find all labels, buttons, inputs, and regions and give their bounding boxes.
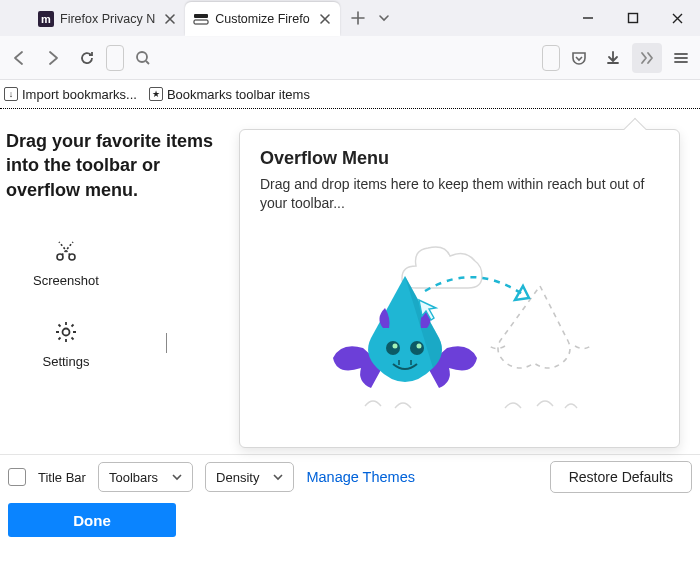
svg-point-6	[63, 328, 70, 335]
toolbars-dropdown[interactable]: Toolbars	[98, 462, 193, 492]
instruction-text: Drag your favorite items into the toolba…	[6, 129, 235, 202]
overflow-illustration	[260, 213, 659, 439]
footer-row-1: Title Bar Toolbars Density Manage Themes…	[0, 455, 700, 499]
svg-rect-2	[628, 14, 637, 23]
svg-point-10	[416, 343, 421, 348]
svg-point-7	[386, 341, 400, 355]
customize-footer: Title Bar Toolbars Density Manage Themes…	[0, 454, 700, 544]
title-bar-checkbox[interactable]	[8, 468, 26, 486]
minimize-button[interactable]	[565, 0, 610, 36]
svg-rect-1	[194, 20, 208, 24]
pocket-button[interactable]	[564, 43, 594, 73]
manage-themes-link[interactable]: Manage Themes	[306, 469, 415, 485]
new-tab-button[interactable]	[344, 4, 372, 32]
maximize-button[interactable]	[610, 0, 655, 36]
toolbars-dropdown-label: Toolbars	[109, 470, 158, 485]
window-controls	[565, 0, 700, 36]
panel-arrow-icon	[624, 118, 647, 141]
bookmarks-toolbar-items[interactable]: ★ Bookmarks toolbar items	[149, 87, 310, 102]
restore-defaults-label: Restore Defaults	[569, 469, 673, 485]
bookmarks-toolbar[interactable]: ↓ Import bookmarks... ★ Bookmarks toolba…	[0, 80, 700, 109]
flexible-space-1[interactable]	[106, 45, 124, 71]
svg-point-8	[410, 341, 424, 355]
back-button[interactable]	[4, 43, 34, 73]
flexible-space-2[interactable]	[542, 45, 560, 71]
overflow-title: Overflow Menu	[260, 148, 659, 169]
tabs-dropdown-button[interactable]	[372, 11, 396, 25]
search-icon[interactable]	[128, 43, 158, 73]
tab-strip: m Firefox Privacy N Customize Firefo	[0, 0, 565, 36]
downloads-button[interactable]	[598, 43, 628, 73]
overflow-menu-button[interactable]	[632, 43, 662, 73]
density-dropdown[interactable]: Density	[205, 462, 294, 492]
done-button-label: Done	[73, 512, 111, 529]
title-bar: m Firefox Privacy N Customize Firefo	[0, 0, 700, 36]
palette-item-screenshot[interactable]: Screenshot	[26, 237, 106, 288]
import-bookmarks-button[interactable]: ↓ Import bookmarks...	[4, 87, 137, 102]
restore-defaults-button[interactable]: Restore Defaults	[550, 461, 692, 493]
svg-point-9	[392, 343, 397, 348]
tab-privacy-notice[interactable]: m Firefox Privacy N	[30, 2, 185, 36]
done-button[interactable]: Done	[8, 503, 176, 537]
customize-palette: Drag your favorite items into the toolba…	[0, 129, 235, 448]
import-icon: ↓	[4, 87, 18, 101]
close-window-button[interactable]	[655, 0, 700, 36]
palette-items: Screenshot Settings	[6, 237, 235, 369]
close-icon[interactable]	[316, 10, 334, 28]
overflow-menu-panel[interactable]: Overflow Menu Drag and drop items here t…	[239, 129, 680, 448]
footer-row-2: Done	[0, 499, 700, 541]
gear-icon	[52, 318, 80, 346]
close-icon[interactable]	[161, 10, 179, 28]
tab-label: Customize Firefo	[215, 12, 309, 26]
reload-button[interactable]	[72, 43, 102, 73]
title-bar-label: Title Bar	[38, 470, 86, 485]
app-menu-button[interactable]	[666, 43, 696, 73]
overflow-description: Drag and drop items here to keep them wi…	[260, 175, 659, 213]
scissors-icon	[52, 237, 80, 265]
density-dropdown-label: Density	[216, 470, 259, 485]
palette-item-settings[interactable]: Settings	[26, 318, 106, 369]
nav-toolbar	[0, 36, 700, 80]
palette-item-label: Settings	[43, 354, 90, 369]
tab-customize-firefox[interactable]: Customize Firefo	[185, 2, 339, 36]
star-icon: ★	[149, 87, 163, 101]
bookmarks-items-label: Bookmarks toolbar items	[167, 87, 310, 102]
chevron-down-icon	[172, 472, 182, 482]
palette-item-label: Screenshot	[33, 273, 99, 288]
separator-icon[interactable]	[166, 333, 167, 353]
import-bookmarks-label: Import bookmarks...	[22, 87, 137, 102]
chevron-down-icon	[273, 472, 283, 482]
svg-point-3	[137, 52, 147, 62]
svg-rect-0	[194, 14, 208, 18]
customize-favicon-icon	[193, 11, 209, 27]
tab-label: Firefox Privacy N	[60, 12, 155, 26]
forward-button[interactable]	[38, 43, 68, 73]
mozilla-favicon-icon: m	[38, 11, 54, 27]
customize-area: Drag your favorite items into the toolba…	[0, 109, 700, 454]
